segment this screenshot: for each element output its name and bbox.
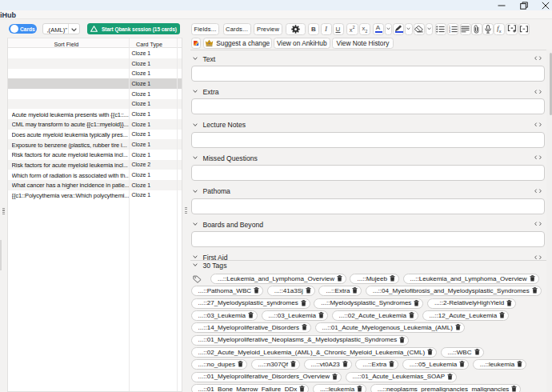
svg-text:3: 3 [449,30,450,33]
